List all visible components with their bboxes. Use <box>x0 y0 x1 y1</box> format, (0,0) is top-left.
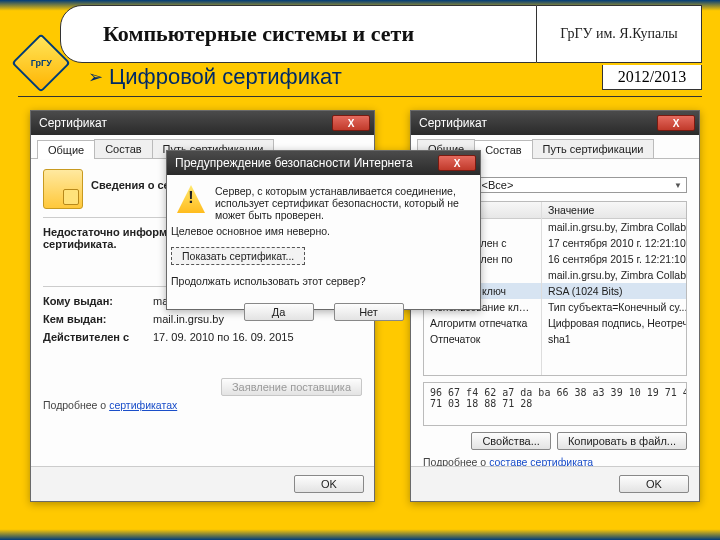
edit-properties-button[interactable]: Свойства... <box>471 432 550 450</box>
yes-button[interactable]: Да <box>244 303 314 321</box>
slide-topic: ➢ Цифровой сертификат <box>88 64 602 90</box>
arrow-icon: ➢ <box>88 66 103 88</box>
field-cell[interactable]: Отпечаток <box>424 331 541 347</box>
issued-by-label: Кем выдан: <box>43 313 153 325</box>
tab-certpath[interactable]: Путь сертификации <box>532 139 655 158</box>
value-cell[interactable]: Тип субъекта=Конечный су... <box>542 299 687 315</box>
chevron-down-icon: ▼ <box>674 181 682 190</box>
dialog-footer: OK <box>411 466 699 501</box>
certificate-icon <box>43 169 83 209</box>
ok-button[interactable]: OK <box>619 475 689 493</box>
tab-details[interactable]: Состав <box>94 139 152 158</box>
learn-more-link[interactable]: сертификатах <box>109 399 177 411</box>
course-title: Компьютерные системы и сети <box>103 21 414 47</box>
value-cell[interactable]: Цифровая подпись, Неотреч... <box>542 315 687 331</box>
close-icon[interactable]: X <box>332 115 370 131</box>
window-title: Сертификат <box>39 116 107 130</box>
value-cell[interactable]: mail.in.grsu.by, Zimbra Collab... <box>542 219 687 235</box>
divider <box>18 96 702 97</box>
ok-button[interactable]: OK <box>294 475 364 493</box>
issuer-statement-button: Заявление поставщика <box>221 378 362 396</box>
show-select-value: <Все> <box>482 179 514 191</box>
view-certificate-button[interactable]: Показать сертификат... <box>171 247 305 265</box>
value-cell[interactable]: 16 сентября 2015 г. 12:21:10 <box>542 251 687 267</box>
warning-body: Сервер, с которым устанавливается соедин… <box>167 175 480 331</box>
valid-from: 17. 09. 2010 <box>153 331 214 343</box>
warning-line-1: Сервер, с которым устанавливается соедин… <box>171 185 470 221</box>
col-header-value[interactable]: Значение <box>542 202 687 219</box>
copy-to-file-button[interactable]: Копировать в файл... <box>557 432 687 450</box>
dialog-footer: OK <box>31 466 374 501</box>
issued-to-label: Кому выдан: <box>43 295 153 307</box>
academic-year: 2012/2013 <box>602 65 702 90</box>
valid-to: 16. 09. 2015 <box>232 331 293 343</box>
titlebar[interactable]: Сертификат X <box>31 111 374 135</box>
value-cell[interactable]: RSA (1024 Bits) <box>542 283 687 299</box>
show-select[interactable]: <Все> ▼ <box>477 177 687 193</box>
university-name: ГрГУ им. Я.Купалы <box>537 5 702 63</box>
tab-general[interactable]: Общие <box>37 140 95 159</box>
window-title: Сертификат <box>419 116 487 130</box>
warning-question: Продолжать использовать этот сервер? <box>171 275 470 287</box>
titlebar[interactable]: Предупреждение безопасности Интернета X <box>167 151 480 175</box>
tab-details[interactable]: Состав <box>474 140 532 159</box>
security-warning-dialog: Предупреждение безопасности Интернета X … <box>166 150 481 310</box>
slide-header: Компьютерные системы и сети ГрГУ им. Я.К… <box>60 5 702 63</box>
close-icon[interactable]: X <box>438 155 476 171</box>
value-cell[interactable]: sha1 <box>542 331 687 347</box>
validity-row: Действителен с 17. 09. 2010 по 16. 09. 2… <box>43 331 362 343</box>
close-icon[interactable]: X <box>657 115 695 131</box>
no-button[interactable]: Нет <box>334 303 404 321</box>
header-title-box: Компьютерные системы и сети <box>60 5 537 63</box>
validity-label: Действителен с <box>43 331 153 343</box>
value-detail-box[interactable]: 96 67 f4 62 a7 da ba 66 38 a3 39 10 19 7… <box>423 382 687 426</box>
value-cell[interactable]: mail.in.grsu.by, Zimbra Collab... <box>542 267 687 283</box>
warning-line-2: Целевое основное имя неверно. <box>171 225 470 237</box>
window-title: Предупреждение безопасности Интернета <box>175 156 413 170</box>
slide-subheader: ➢ Цифровой сертификат 2012/2013 <box>88 62 702 92</box>
learn-more: Подробнее о сертификатах <box>43 399 362 411</box>
titlebar[interactable]: Сертификат X <box>411 111 699 135</box>
value-cell[interactable]: 17 сентября 2010 г. 12:21:10 <box>542 235 687 251</box>
